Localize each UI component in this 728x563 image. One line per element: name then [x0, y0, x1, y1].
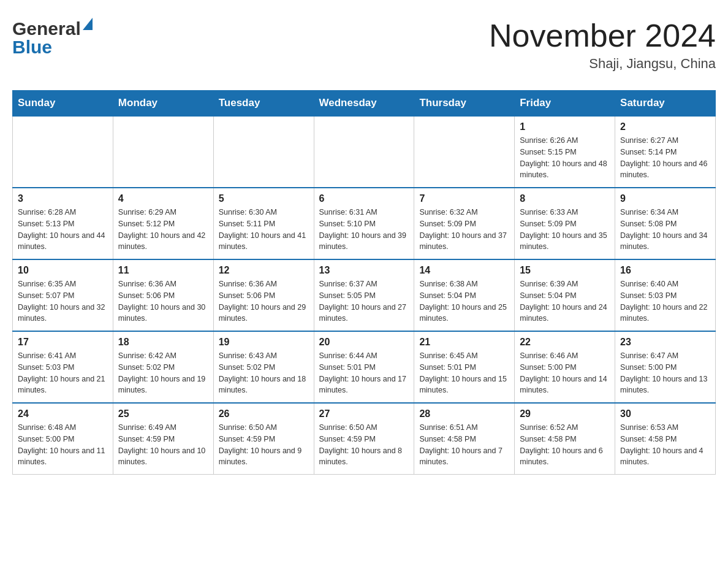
calendar-cell — [213, 116, 314, 188]
day-number: 9 — [620, 193, 710, 204]
calendar-cell: 7Sunrise: 6:32 AM Sunset: 5:09 PM Daylig… — [414, 188, 515, 259]
day-info: Sunrise: 6:36 AM Sunset: 5:06 PM Dayligh… — [118, 278, 208, 324]
calendar-cell: 17Sunrise: 6:41 AM Sunset: 5:03 PM Dayli… — [13, 331, 113, 403]
day-info: Sunrise: 6:32 AM Sunset: 5:09 PM Dayligh… — [419, 207, 509, 253]
calendar-cell: 19Sunrise: 6:43 AM Sunset: 5:02 PM Dayli… — [213, 331, 314, 403]
weekday-header-row: SundayMondayTuesdayWednesdayThursdayFrid… — [13, 91, 716, 117]
day-info: Sunrise: 6:30 AM Sunset: 5:11 PM Dayligh… — [219, 207, 309, 253]
calendar-cell: 27Sunrise: 6:50 AM Sunset: 4:59 PM Dayli… — [314, 403, 414, 475]
day-info: Sunrise: 6:51 AM Sunset: 4:58 PM Dayligh… — [419, 422, 509, 468]
day-number: 1 — [520, 121, 610, 132]
weekday-header-wednesday: Wednesday — [314, 91, 414, 117]
calendar-cell: 30Sunrise: 6:53 AM Sunset: 4:58 PM Dayli… — [615, 403, 716, 475]
day-number: 19 — [219, 337, 309, 348]
day-info: Sunrise: 6:37 AM Sunset: 5:05 PM Dayligh… — [319, 278, 409, 324]
calendar-week-3: 10Sunrise: 6:35 AM Sunset: 5:07 PM Dayli… — [13, 259, 716, 331]
calendar-cell: 20Sunrise: 6:44 AM Sunset: 5:01 PM Dayli… — [314, 331, 414, 403]
day-number: 15 — [520, 265, 610, 276]
calendar-week-4: 17Sunrise: 6:41 AM Sunset: 5:03 PM Dayli… — [13, 331, 716, 403]
day-number: 5 — [219, 193, 309, 204]
day-number: 8 — [520, 193, 610, 204]
calendar-cell: 23Sunrise: 6:47 AM Sunset: 5:00 PM Dayli… — [615, 331, 716, 403]
logo-triangle-icon — [83, 18, 93, 33]
day-number: 14 — [419, 265, 509, 276]
day-number: 4 — [118, 193, 208, 204]
calendar-cell — [314, 116, 414, 188]
weekday-header-monday: Monday — [113, 91, 213, 117]
day-number: 22 — [520, 337, 610, 348]
calendar-cell: 22Sunrise: 6:46 AM Sunset: 5:00 PM Dayli… — [515, 331, 615, 403]
calendar-cell: 25Sunrise: 6:49 AM Sunset: 4:59 PM Dayli… — [113, 403, 213, 475]
day-number: 26 — [219, 408, 309, 419]
calendar-cell: 21Sunrise: 6:45 AM Sunset: 5:01 PM Dayli… — [414, 331, 515, 403]
day-info: Sunrise: 6:34 AM Sunset: 5:08 PM Dayligh… — [620, 207, 710, 253]
calendar-cell: 18Sunrise: 6:42 AM Sunset: 5:02 PM Dayli… — [113, 331, 213, 403]
calendar-cell: 16Sunrise: 6:40 AM Sunset: 5:03 PM Dayli… — [615, 259, 716, 331]
day-info: Sunrise: 6:33 AM Sunset: 5:09 PM Dayligh… — [520, 207, 610, 253]
day-info: Sunrise: 6:40 AM Sunset: 5:03 PM Dayligh… — [620, 278, 710, 324]
weekday-header-friday: Friday — [515, 91, 615, 117]
weekday-header-saturday: Saturday — [615, 91, 716, 117]
logo: General Blue — [12, 18, 93, 58]
day-number: 23 — [620, 337, 710, 348]
calendar-cell: 8Sunrise: 6:33 AM Sunset: 5:09 PM Daylig… — [515, 188, 615, 259]
calendar-cell: 15Sunrise: 6:39 AM Sunset: 5:04 PM Dayli… — [515, 259, 615, 331]
day-info: Sunrise: 6:28 AM Sunset: 5:13 PM Dayligh… — [18, 207, 108, 253]
day-info: Sunrise: 6:27 AM Sunset: 5:14 PM Dayligh… — [620, 135, 710, 181]
day-number: 16 — [620, 265, 710, 276]
calendar-cell: 26Sunrise: 6:50 AM Sunset: 4:59 PM Dayli… — [213, 403, 314, 475]
day-number: 25 — [118, 408, 208, 419]
calendar-cell: 9Sunrise: 6:34 AM Sunset: 5:08 PM Daylig… — [615, 188, 716, 259]
day-info: Sunrise: 6:48 AM Sunset: 5:00 PM Dayligh… — [18, 422, 108, 468]
calendar-cell — [13, 116, 113, 188]
calendar-cell: 24Sunrise: 6:48 AM Sunset: 5:00 PM Dayli… — [13, 403, 113, 475]
day-info: Sunrise: 6:46 AM Sunset: 5:00 PM Dayligh… — [520, 350, 610, 396]
day-info: Sunrise: 6:45 AM Sunset: 5:01 PM Dayligh… — [419, 350, 509, 396]
day-number: 2 — [620, 121, 710, 132]
logo-blue-text: Blue — [12, 37, 52, 58]
day-info: Sunrise: 6:31 AM Sunset: 5:10 PM Dayligh… — [319, 207, 409, 253]
page-header: General Blue November 2024 Shaji, Jiangs… — [12, 12, 716, 78]
weekday-header-thursday: Thursday — [414, 91, 515, 117]
day-info: Sunrise: 6:42 AM Sunset: 5:02 PM Dayligh… — [118, 350, 208, 396]
day-number: 10 — [18, 265, 108, 276]
calendar-cell: 1Sunrise: 6:26 AM Sunset: 5:15 PM Daylig… — [515, 116, 615, 188]
day-info: Sunrise: 6:26 AM Sunset: 5:15 PM Dayligh… — [520, 135, 610, 181]
day-info: Sunrise: 6:50 AM Sunset: 4:59 PM Dayligh… — [219, 422, 309, 468]
calendar-week-5: 24Sunrise: 6:48 AM Sunset: 5:00 PM Dayli… — [13, 403, 716, 475]
day-info: Sunrise: 6:50 AM Sunset: 4:59 PM Dayligh… — [319, 422, 409, 468]
day-info: Sunrise: 6:35 AM Sunset: 5:07 PM Dayligh… — [18, 278, 108, 324]
calendar-cell: 29Sunrise: 6:52 AM Sunset: 4:58 PM Dayli… — [515, 403, 615, 475]
calendar-cell: 4Sunrise: 6:29 AM Sunset: 5:12 PM Daylig… — [113, 188, 213, 259]
day-number: 18 — [118, 337, 208, 348]
title-area: November 2024 Shaji, Jiangsu, China — [489, 18, 716, 72]
day-number: 28 — [419, 408, 509, 419]
day-info: Sunrise: 6:49 AM Sunset: 4:59 PM Dayligh… — [118, 422, 208, 468]
calendar-cell: 14Sunrise: 6:38 AM Sunset: 5:04 PM Dayli… — [414, 259, 515, 331]
day-number: 29 — [520, 408, 610, 419]
day-info: Sunrise: 6:29 AM Sunset: 5:12 PM Dayligh… — [118, 207, 208, 253]
day-info: Sunrise: 6:39 AM Sunset: 5:04 PM Dayligh… — [520, 278, 610, 324]
day-info: Sunrise: 6:41 AM Sunset: 5:03 PM Dayligh… — [18, 350, 108, 396]
day-number: 30 — [620, 408, 710, 419]
svg-marker-0 — [83, 18, 93, 30]
calendar-cell: 12Sunrise: 6:36 AM Sunset: 5:06 PM Dayli… — [213, 259, 314, 331]
day-number: 12 — [219, 265, 309, 276]
day-info: Sunrise: 6:53 AM Sunset: 4:58 PM Dayligh… — [620, 422, 710, 468]
day-number: 20 — [319, 337, 409, 348]
calendar-cell: 10Sunrise: 6:35 AM Sunset: 5:07 PM Dayli… — [13, 259, 113, 331]
calendar-week-2: 3Sunrise: 6:28 AM Sunset: 5:13 PM Daylig… — [13, 188, 716, 259]
calendar-cell: 6Sunrise: 6:31 AM Sunset: 5:10 PM Daylig… — [314, 188, 414, 259]
day-number: 6 — [319, 193, 409, 204]
day-number: 7 — [419, 193, 509, 204]
day-number: 3 — [18, 193, 108, 204]
day-number: 13 — [319, 265, 409, 276]
day-info: Sunrise: 6:44 AM Sunset: 5:01 PM Dayligh… — [319, 350, 409, 396]
calendar-week-1: 1Sunrise: 6:26 AM Sunset: 5:15 PM Daylig… — [13, 116, 716, 188]
calendar-cell — [414, 116, 515, 188]
day-number: 27 — [319, 408, 409, 419]
day-info: Sunrise: 6:47 AM Sunset: 5:00 PM Dayligh… — [620, 350, 710, 396]
day-info: Sunrise: 6:38 AM Sunset: 5:04 PM Dayligh… — [419, 278, 509, 324]
calendar-cell — [113, 116, 213, 188]
calendar-cell: 11Sunrise: 6:36 AM Sunset: 5:06 PM Dayli… — [113, 259, 213, 331]
